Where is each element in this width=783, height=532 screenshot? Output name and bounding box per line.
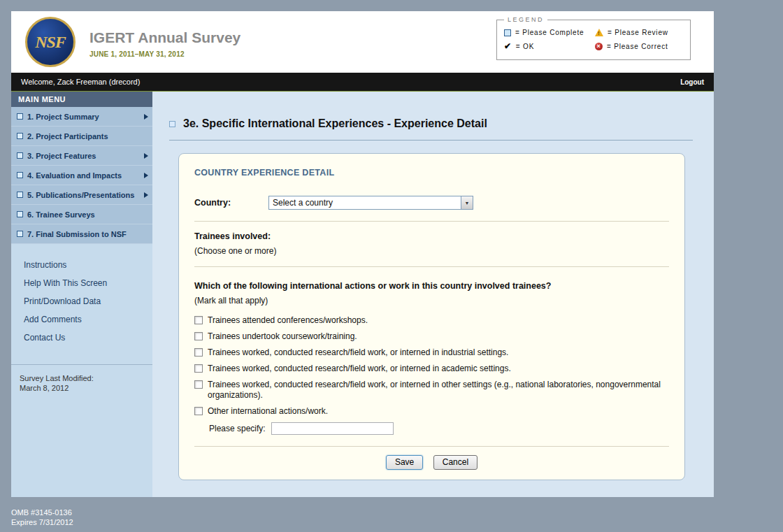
- chevron-right-icon: [144, 114, 148, 120]
- checkbox-icon[interactable]: [194, 332, 203, 340]
- country-select[interactable]: Select a country: [268, 196, 473, 210]
- checkbox-row-academic[interactable]: Trainees worked, conducted research/fiel…: [194, 364, 669, 374]
- link-print-download[interactable]: Print/Download Data: [24, 297, 152, 305]
- link-add-comments[interactable]: Add Comments: [24, 315, 152, 324]
- title-rule: [169, 140, 693, 141]
- menu-item-label: 6. Trainee Surveys: [27, 210, 95, 219]
- main-menu-header: MAIN MENU: [11, 92, 152, 107]
- sidebar: MAIN MENU 1. Project Summary 2. Project …: [11, 92, 152, 497]
- app-header: NSF IGERT Annual Survey JUNE 1, 2011–MAY…: [11, 11, 714, 73]
- menu-item-label: 1. Project Summary: [27, 113, 99, 121]
- checkbox-row-other-actions[interactable]: Other international actions/work.: [194, 406, 669, 417]
- actions-question: Which of the following international act…: [194, 281, 669, 291]
- menu-item-label: 7. Final Submission to NSF: [27, 230, 127, 238]
- error-icon: [595, 43, 603, 50]
- checkbox-label: Trainees undertook coursework/training.: [208, 331, 357, 342]
- checkbox-label: Trainees worked, conducted research/fiel…: [208, 380, 669, 401]
- omb-number: OMB #3145-0136: [11, 508, 73, 517]
- checkbox-label: Trainees attended conferences/workshops.: [208, 315, 368, 326]
- legend-text: = Please Review: [608, 29, 668, 36]
- link-instructions[interactable]: Instructions: [24, 261, 152, 269]
- button-row: Save Cancel: [194, 455, 669, 470]
- app-title: IGERT Annual Survey: [89, 29, 240, 46]
- checkbox-row-conferences[interactable]: Trainees attended conferences/workshops.: [194, 315, 669, 326]
- legend-item-ok: = OK: [504, 43, 595, 50]
- trainees-involved-hint: (Choose one or more): [194, 246, 669, 256]
- nsf-logo-text: NSF: [35, 33, 66, 52]
- checkbox-row-other-settings[interactable]: Trainees worked, conducted research/fiel…: [194, 380, 669, 401]
- checkbox-row-industrial[interactable]: Trainees worked, conducted research/fiel…: [194, 347, 669, 358]
- last-modified: Survey Last Modified: March 8, 2012: [11, 365, 152, 393]
- specify-input[interactable]: [271, 422, 394, 435]
- sidebar-item-project-summary[interactable]: 1. Project Summary: [11, 107, 152, 127]
- legend-text: = Please Complete: [515, 29, 584, 36]
- checkbox-icon[interactable]: [194, 348, 203, 357]
- sidebar-item-evaluation-impacts[interactable]: 4. Evaluation and Impacts: [11, 166, 152, 185]
- welcome-bar: Welcome, Zack Freeman (drecord) Logout: [11, 73, 714, 92]
- please-complete-icon: [17, 133, 23, 139]
- last-modified-label: Survey Last Modified:: [20, 373, 152, 383]
- checkbox-icon[interactable]: [194, 407, 203, 415]
- sidebar-item-publications[interactable]: 5. Publications/Presentations: [11, 185, 152, 205]
- country-label: Country:: [194, 198, 268, 208]
- chevron-right-icon: [144, 173, 148, 178]
- legend-text: = OK: [516, 43, 534, 50]
- menu-item-label: 2. Project Participants: [27, 132, 108, 141]
- please-complete-icon: [17, 152, 23, 159]
- nsf-logo: NSF: [25, 17, 76, 67]
- checkbox-row-coursework[interactable]: Trainees undertook coursework/training.: [194, 331, 669, 342]
- specify-row: Please specify:: [209, 422, 669, 435]
- legend-item-review: = Please Review: [595, 29, 686, 36]
- checkbox-label: Trainees worked, conducted research/fiel…: [208, 364, 511, 374]
- please-complete-icon: [17, 172, 23, 178]
- footer: OMB #3145-0136 Expires 7/31/2012: [11, 508, 73, 527]
- checkbox-icon[interactable]: [194, 364, 203, 373]
- trainees-involved-label: Trainees involved:: [194, 231, 669, 241]
- sidebar-item-project-participants[interactable]: 2. Project Participants: [11, 127, 152, 146]
- last-modified-date: March 8, 2012: [20, 383, 152, 393]
- menu-item-label: 4. Evaluation and Impacts: [27, 171, 122, 180]
- country-experience-panel: COUNTRY EXPERIENCE DETAIL Country: Selec…: [178, 153, 685, 480]
- legend-grid: = Please Complete = Please Review = OK =…: [497, 20, 690, 50]
- chevron-right-icon: [144, 153, 148, 159]
- legend-item-complete: = Please Complete: [504, 29, 595, 36]
- sidebar-item-project-features[interactable]: 3. Project Features: [11, 146, 152, 166]
- link-contact-us[interactable]: Contact Us: [24, 333, 152, 342]
- checkbox-icon[interactable]: [194, 380, 203, 389]
- app-window: NSF IGERT Annual Survey JUNE 1, 2011–MAY…: [11, 11, 714, 497]
- please-complete-icon: [504, 29, 511, 36]
- chevron-down-icon[interactable]: [461, 196, 473, 209]
- please-complete-icon: [17, 192, 23, 198]
- survey-period: JUNE 1, 2011–MAY 31, 2012: [89, 50, 240, 58]
- legend-text: = Please Correct: [607, 43, 668, 50]
- checkbox-label: Other international actions/work.: [208, 406, 328, 417]
- legend-box: LEGEND = Please Complete = Please Review…: [496, 20, 691, 60]
- please-complete-icon: [17, 231, 23, 237]
- section-divider: [194, 446, 669, 447]
- save-button[interactable]: Save: [386, 455, 423, 470]
- link-help[interactable]: Help With This Screen: [24, 279, 152, 287]
- country-row: Country: Select a country: [194, 196, 669, 210]
- main-content: 3e. Specific International Experiences -…: [152, 92, 714, 497]
- body-region: MAIN MENU 1. Project Summary 2. Project …: [11, 92, 714, 497]
- checkbox-label: Trainees worked, conducted research/fiel…: [208, 347, 508, 358]
- sidebar-links: Instructions Help With This Screen Print…: [11, 244, 152, 352]
- logout-link[interactable]: Logout: [680, 78, 704, 86]
- please-complete-icon: [17, 211, 23, 217]
- country-select-value: Select a country: [273, 198, 333, 208]
- section-divider: [194, 266, 669, 267]
- check-icon: [504, 43, 512, 50]
- cancel-button[interactable]: Cancel: [433, 455, 477, 470]
- checkbox-list: Trainees attended conferences/workshops.…: [194, 315, 669, 417]
- page-title-row: 3e. Specific International Experiences -…: [169, 117, 487, 130]
- app-titles: IGERT Annual Survey JUNE 1, 2011–MAY 31,…: [89, 29, 240, 58]
- sidebar-item-trainee-surveys[interactable]: 6. Trainee Surveys: [11, 205, 152, 224]
- warning-icon: [595, 29, 603, 36]
- page-title: 3e. Specific International Experiences -…: [183, 117, 487, 130]
- legend-label: LEGEND: [504, 16, 547, 23]
- sidebar-item-final-submission[interactable]: 7. Final Submission to NSF: [11, 224, 152, 244]
- welcome-text: Welcome, Zack Freeman (drecord): [21, 78, 140, 86]
- legend-item-correct: = Please Correct: [595, 43, 686, 50]
- actions-question-hint: (Mark all that apply): [194, 296, 669, 305]
- checkbox-icon[interactable]: [194, 316, 203, 324]
